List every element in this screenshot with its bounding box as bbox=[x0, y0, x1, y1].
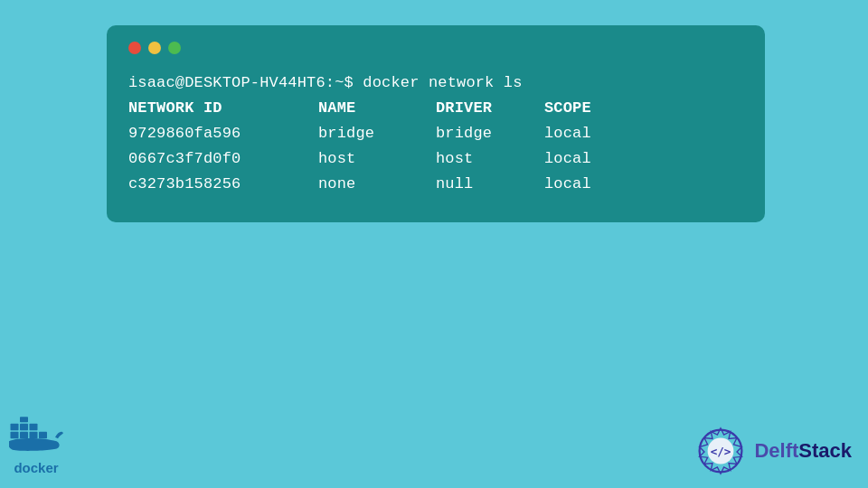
svg-rect-1 bbox=[20, 432, 28, 439]
maximize-dot[interactable] bbox=[168, 42, 181, 54]
row3-driver: null bbox=[436, 172, 544, 197]
title-bar bbox=[128, 42, 743, 54]
row2-scope: local bbox=[544, 146, 635, 172]
row1-driver: bridge bbox=[436, 121, 544, 146]
delft-badge-icon: </> bbox=[696, 427, 745, 475]
docker-logo: docker bbox=[9, 417, 63, 475]
col-scope: SCOPE bbox=[544, 96, 635, 121]
docker-label: docker bbox=[14, 460, 58, 475]
svg-rect-3 bbox=[39, 432, 47, 439]
close-dot[interactable] bbox=[128, 42, 141, 54]
row2-id: 0667c3f7d0f0 bbox=[128, 146, 318, 172]
table-header: NETWORK ID NAME DRIVER SCOPE bbox=[128, 96, 743, 121]
row1-id: 9729860fa596 bbox=[128, 121, 318, 146]
col-driver: DRIVER bbox=[436, 96, 544, 121]
minimize-dot[interactable] bbox=[148, 42, 161, 54]
svg-rect-4 bbox=[11, 424, 19, 431]
terminal-window: isaac@DESKTOP-HV44HT6:~$ docker network … bbox=[107, 25, 765, 222]
svg-text:</>: </> bbox=[711, 445, 731, 458]
svg-rect-7 bbox=[20, 417, 28, 422]
terminal-content: isaac@DESKTOP-HV44HT6:~$ docker network … bbox=[128, 70, 743, 197]
docker-icon bbox=[9, 417, 63, 456]
row1-scope: local bbox=[544, 121, 635, 146]
row2-name: host bbox=[318, 146, 436, 172]
row2-driver: host bbox=[436, 146, 544, 172]
col-network-id: NETWORK ID bbox=[128, 96, 318, 121]
command-line: isaac@DESKTOP-HV44HT6:~$ docker network … bbox=[128, 70, 743, 96]
table-row: 9729860fa596 bridge bridge local bbox=[128, 121, 743, 146]
svg-rect-2 bbox=[30, 432, 38, 439]
svg-rect-5 bbox=[20, 424, 28, 431]
row3-id: c3273b158256 bbox=[128, 172, 318, 197]
table-row: c3273b158256 none null local bbox=[128, 172, 743, 197]
table-row: 0667c3f7d0f0 host host local bbox=[128, 146, 743, 172]
row3-name: none bbox=[318, 172, 436, 197]
delftstack-name: DelftStack bbox=[754, 439, 852, 463]
col-name: NAME bbox=[318, 96, 436, 121]
svg-rect-0 bbox=[11, 432, 19, 439]
delftstack-logo: </> DelftStack bbox=[696, 427, 852, 475]
svg-rect-6 bbox=[30, 424, 38, 431]
row3-scope: local bbox=[544, 172, 635, 197]
row1-name: bridge bbox=[318, 121, 436, 146]
